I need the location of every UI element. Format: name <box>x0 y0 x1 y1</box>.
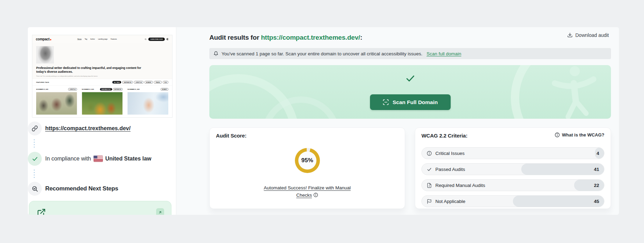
open-next-step-button[interactable] <box>156 208 164 215</box>
preview-nav-link: Features <box>111 38 117 40</box>
compliance-text: In compliance with United States law <box>45 156 151 162</box>
preview-hero-subtext: That's me! I'm currently working as an i… <box>36 75 168 77</box>
preview-post-badge: MOMENT <box>161 88 168 91</box>
preview-logo: compact <box>36 37 51 41</box>
next-steps-card[interactable] <box>29 201 171 215</box>
scan-full-domain-button[interactable]: Scan Full Domain <box>370 94 451 110</box>
page-title: Audit results for https://compact.trexth… <box>209 34 362 41</box>
preview-tag-pills: ALL TAGSINSPIRATIONLIFESTYLEMOMENTTRAVEL… <box>112 81 168 84</box>
what-is-wcag-label: What is the WCAG? <box>562 132 604 138</box>
preview-posts: NOVEMBER 21, 2025LIFESTYLENOVEMBER 21, 2… <box>32 86 172 115</box>
check-icon <box>32 156 38 162</box>
preview-logo-text: compact <box>36 37 49 41</box>
sidebar-site-url-link[interactable]: https://compact.trexthemes.dev/ <box>45 125 130 132</box>
download-audit-button[interactable]: Download audit <box>565 32 611 38</box>
sidebar-compliance-row: In compliance with United States law <box>28 152 151 166</box>
site-preview-thumbnail: compact HomeTagAuthorLanding pageFeature… <box>32 35 172 118</box>
audit-score-card: Audit Score: 95% Automated Success! Fina… <box>209 127 405 209</box>
preview-hero: Professional writer dedicated to craftin… <box>32 44 172 79</box>
row-value: 45 <box>594 199 599 204</box>
link-icon <box>32 125 38 132</box>
scan-button-label: Scan Full Domain <box>393 99 438 105</box>
sidebar-next-steps-row: Recommended Next Steps <box>28 182 118 196</box>
score-value: 95% <box>301 157 313 164</box>
row-value: 41 <box>594 167 599 172</box>
title-url-link[interactable]: https://compact.trexthemes.dev/ <box>261 34 360 41</box>
preview-post-meta: NOVEMBER 21, 2025MOMENT <box>128 88 168 91</box>
preview-tag-pill: ALL TAGS <box>112 81 121 84</box>
preview-nav-link: Tag <box>84 38 87 40</box>
title-prefix: Audit results for <box>209 34 261 41</box>
preview-post-meta: NOVEMBER 21, 2025FEATURED POSTINSPIRATIO… <box>82 88 122 91</box>
preview-post-badges: LIFESTYLE <box>68 88 77 91</box>
preview-post-card: NOVEMBER 21, 2025LIFESTYLE <box>36 88 77 115</box>
info-icon[interactable] <box>313 193 318 197</box>
preview-tags-row: FEATURED TAGS ALL TAGSINSPIRATIONLIFESTY… <box>32 79 172 86</box>
manual-checks-link[interactable]: Automated Success! Finalize with Manual … <box>210 184 405 199</box>
timeline-connector <box>34 170 35 178</box>
preview-post-badge: LIFESTYLE <box>68 88 77 91</box>
row-fill-bar <box>521 164 604 175</box>
preview-post-date: NOVEMBER 21, 2025 <box>128 89 140 90</box>
site-preview-content: compact HomeTagAuthorLanding pageFeature… <box>32 35 172 117</box>
next-steps-heading: Recommended Next Steps <box>45 185 118 192</box>
featured-tags-label: FEATURED TAGS <box>36 81 49 83</box>
notice-message: You've scanned 1 page so far. Scan your … <box>222 51 422 56</box>
alert-circle-icon <box>427 151 432 156</box>
scan-hero-banner: Scan Full Domain <box>209 65 611 119</box>
scan-full-domain-link[interactable]: Scan full domain <box>427 51 461 56</box>
scan-notice-banner: You've scanned 1 page so far. Scan your … <box>209 48 611 59</box>
title-suffix: : <box>360 34 362 41</box>
timeline-connector <box>34 139 35 148</box>
download-icon <box>567 32 573 38</box>
success-check-icon <box>406 75 415 83</box>
arrow-up-right-icon <box>158 210 162 214</box>
logo-dot-icon <box>50 39 51 40</box>
file-icon <box>427 183 432 188</box>
scan-frame-icon <box>383 99 389 105</box>
compliance-check-circle <box>28 152 42 166</box>
preview-nav-links: HomeTagAuthorLanding pageFeatures <box>77 38 117 40</box>
preview-post-card: NOVEMBER 21, 2025FEATURED POSTINSPIRATIO… <box>82 88 122 115</box>
preview-tag-pill: TRAVEL <box>154 81 162 84</box>
score-donut-chart: 95% <box>295 148 320 173</box>
preview-hero-heading: Professional writer dedicated to craftin… <box>36 66 151 74</box>
preview-nav-link: Home <box>77 38 81 40</box>
row-value: 4 <box>596 151 599 156</box>
preview-post-date: NOVEMBER 21, 2025 <box>82 89 94 90</box>
row-label: Not Applicable <box>435 199 465 204</box>
app-panel: compact HomeTagAuthorLanding pageFeature… <box>28 27 619 215</box>
link-icon-circle <box>28 122 42 135</box>
preview-tag-pill: MOMENT <box>145 81 153 84</box>
contrast-toggle-icon <box>167 38 169 40</box>
external-link-icon <box>37 208 46 215</box>
preview-post-badges: MOMENT <box>161 88 168 91</box>
preview-nav-link: Author <box>90 38 95 40</box>
wcag-criteria-card: WCAG 2.2 Criteria: What is the WCAG? Cri… <box>415 127 611 209</box>
preview-navbar: compact HomeTagAuthorLanding pageFeature… <box>32 35 172 44</box>
audit-score-title: Audit Score: <box>216 133 247 139</box>
bell-icon <box>214 51 218 56</box>
preview-post-badges: FEATURED POSTINSPIRATION <box>100 88 123 91</box>
compliance-country: United States law <box>105 156 151 162</box>
preview-tag-pill: FUN <box>163 81 168 84</box>
preview-post-card: NOVEMBER 21, 2025MOMENT <box>128 88 168 115</box>
sidebar-url-row: https://compact.trexthemes.dev/ <box>28 122 130 135</box>
wcag-row-not-applicable: Not Applicable 45 <box>421 195 604 207</box>
wcag-title: WCAG 2.2 Criteria: <box>421 133 467 139</box>
search-check-icon <box>32 186 38 192</box>
sidebar: compact HomeTagAuthorLanding pageFeature… <box>28 27 176 215</box>
preview-nav-link: Landing page <box>98 38 107 40</box>
preview-nav-right: SUBSCRIBE NOW <box>145 38 169 41</box>
preview-post-image <box>82 92 122 115</box>
row-label: Passed Audits <box>435 167 465 172</box>
accessibility-figure-icon <box>546 66 602 119</box>
preview-post-badge: FEATURED POST <box>100 88 112 91</box>
preview-tag-pill: LIFESTYLE <box>134 81 143 84</box>
wcag-row-critical-issues: Critical Issues 4 <box>421 147 604 159</box>
row-label: Required Manual Audits <box>435 183 485 188</box>
preview-post-meta: NOVEMBER 21, 2025LIFESTYLE <box>36 88 77 91</box>
preview-post-image <box>128 92 168 115</box>
row-fill-bar <box>513 196 604 207</box>
what-is-wcag-link[interactable]: What is the WCAG? <box>555 132 604 138</box>
